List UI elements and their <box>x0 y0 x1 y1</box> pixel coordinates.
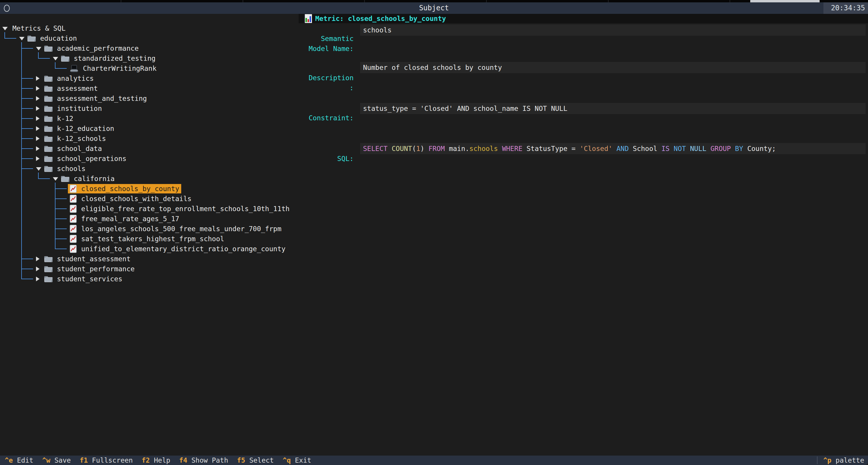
chevron-down-icon[interactable] <box>36 47 41 51</box>
tree-item-analytics[interactable]: analytics <box>42 74 96 83</box>
tree-row: k-12_education <box>0 124 298 134</box>
chart-icon <box>70 225 77 233</box>
sql-token: NULL <box>690 145 706 153</box>
tab-divider <box>121 0 121 2</box>
sql-token: ( <box>412 145 416 153</box>
folder-icon-wrap <box>44 165 53 172</box>
chevron-right-icon[interactable] <box>36 86 39 91</box>
chevron-right-icon[interactable] <box>36 96 39 101</box>
terminal-tab-active-segment[interactable] <box>750 0 819 2</box>
laptop-icon-wrap <box>70 65 79 72</box>
chevron-right-icon[interactable] <box>36 156 39 161</box>
chevron-right-icon[interactable] <box>36 276 39 281</box>
tab-divider <box>730 0 730 2</box>
tree-item-unified-to-elementary-district-ratio-orange-county[interactable]: unified_to_elementary_district_ratio_ora… <box>68 244 287 254</box>
chart-icon-wrap <box>70 185 77 193</box>
semantic-model-name-input[interactable]: schools <box>360 25 866 36</box>
tree-row: california <box>0 174 298 184</box>
shortcut-save[interactable]: ^w Save <box>42 456 71 465</box>
tree-item-charterwritingrank[interactable]: CharterWritingRank <box>68 64 158 73</box>
tree-row: standardized_testing <box>0 54 298 63</box>
shortcut-exit[interactable]: ^q Exit <box>283 456 311 465</box>
shortcut-fullscreen[interactable]: f1 Fullscreen <box>80 456 133 465</box>
tree-item-free-meal-rate-ages-5-17[interactable]: free_meal_rate_ages_5_17 <box>68 214 181 224</box>
palette-shortcut[interactable]: ^p palette <box>824 456 864 465</box>
tree-row: institution <box>0 103 298 113</box>
sql-token: IS <box>661 145 670 153</box>
chart-icon <box>70 235 77 243</box>
tree-item-academic-performance[interactable]: academic_performance <box>42 44 141 53</box>
folder-icon <box>44 95 53 102</box>
shortcut-key: ^w <box>42 457 51 464</box>
folder-icon-wrap <box>44 75 53 82</box>
sql-token: StatusType = <box>522 145 580 153</box>
folder-icon <box>44 265 53 272</box>
tree-item-los-angeles-schools-500-free-meals-under-700-frpm[interactable]: los_angeles_schools_500_free_meals_under… <box>68 224 284 234</box>
tree-item-student-assessment[interactable]: student_assessment <box>42 254 132 264</box>
tree-item-school-operations[interactable]: school_operations <box>42 154 128 163</box>
tree-row: school_operations <box>0 154 298 164</box>
bottom-bar: ^e Edit^w Savef1 Fullscreenf2 Helpf4 Sho… <box>0 456 868 465</box>
folder-icon <box>27 35 36 42</box>
chevron-down-icon[interactable] <box>53 177 58 181</box>
tree-item-sat-test-takers-highest-frpm-school[interactable]: sat_test_takers_highest_frpm_school <box>68 234 226 243</box>
chevron-down-icon[interactable] <box>2 27 8 30</box>
sql-input[interactable]: SELECT COUNT(1) FROM main.schools WHERE … <box>360 143 866 154</box>
description-input[interactable]: Number of closed schools by county <box>360 62 866 73</box>
chevron-right-icon[interactable] <box>36 116 39 121</box>
chevron-down-icon[interactable] <box>36 167 41 171</box>
tree-item-standardized-testing[interactable]: standardized_testing <box>59 54 158 63</box>
chevron-right-icon[interactable] <box>36 257 39 261</box>
shortcut-select[interactable]: f5 Select <box>237 456 274 465</box>
shortcut-show-path[interactable]: f4 Show Path <box>179 456 228 465</box>
tree-item-k-12-education[interactable]: k-12_education <box>42 124 116 133</box>
tree-row: student_assessment <box>0 254 298 264</box>
tree-item-institution[interactable]: institution <box>42 104 104 113</box>
chevron-down-icon[interactable] <box>19 37 25 40</box>
tree-item-assessment-and-testing[interactable]: assessment_and_testing <box>42 94 149 103</box>
shortcut-help[interactable]: f2 Help <box>142 456 170 465</box>
tree-item-education[interactable]: education <box>26 34 79 43</box>
tree-item-schools[interactable]: schools <box>42 164 88 173</box>
tree-item-student-services[interactable]: student_services <box>42 274 125 284</box>
tab-divider <box>608 0 609 2</box>
shortcut-edit[interactable]: ^e Edit <box>5 456 33 465</box>
folder-icon <box>44 135 53 142</box>
semantic-model-name-label: Semantic <box>302 34 353 43</box>
tree-item-closed-schools-by-county[interactable]: closed_schools_by_county <box>68 184 181 193</box>
tree-item-student-performance[interactable]: student_performance <box>42 264 137 274</box>
tree-item-eligible-free-rate-top-enrollment-schools-10th-11th[interactable]: eligible_free_rate_top_enrollment_school… <box>68 204 291 213</box>
tree-item-k-12-schools[interactable]: k-12_schools <box>42 134 108 143</box>
chevron-right-icon[interactable] <box>36 76 39 81</box>
tree-item-california[interactable]: california <box>59 174 117 184</box>
palette-divider <box>817 457 817 464</box>
chevron-down-icon[interactable] <box>53 57 58 61</box>
chevron-right-icon[interactable] <box>36 136 39 141</box>
tree-row: education <box>0 33 298 43</box>
sql-token: main. <box>445 145 469 153</box>
tree-item-school-data[interactable]: school_data <box>42 144 104 153</box>
tree-item-metrics-sql[interactable]: Metrics & SQL <box>11 24 68 33</box>
chevron-right-icon[interactable] <box>36 106 39 111</box>
folder-icon <box>44 155 53 162</box>
folder-icon-wrap <box>27 35 36 42</box>
folder-icon <box>44 255 53 262</box>
sql-token: School <box>629 145 661 153</box>
tree-row: k-12_schools <box>0 134 298 143</box>
tree-row: school_data <box>0 143 298 154</box>
top-bar-title: Subject <box>0 2 868 14</box>
chevron-right-icon[interactable] <box>36 146 39 151</box>
sql-token <box>425 145 429 153</box>
tree-row: unified_to_elementary_district_ratio_ora… <box>0 244 298 254</box>
tree-item-assessment[interactable]: assessment <box>42 84 100 93</box>
chevron-right-icon[interactable] <box>36 126 39 131</box>
tree-item-label: k-12 <box>57 115 73 122</box>
tree-row: student_performance <box>0 264 298 274</box>
tree-row: eligible_free_rate_top_enrollment_school… <box>0 204 298 214</box>
constraint-input[interactable]: status_type = 'Closed' AND school_name I… <box>360 103 866 114</box>
tree-row: CharterWritingRank <box>0 63 298 73</box>
chevron-right-icon[interactable] <box>36 267 39 271</box>
tree-item-k-12[interactable]: k-12 <box>42 114 75 123</box>
chart-icon <box>70 185 77 193</box>
tree-item-closed-schools-with-details[interactable]: closed_schools_with_details <box>68 194 194 203</box>
